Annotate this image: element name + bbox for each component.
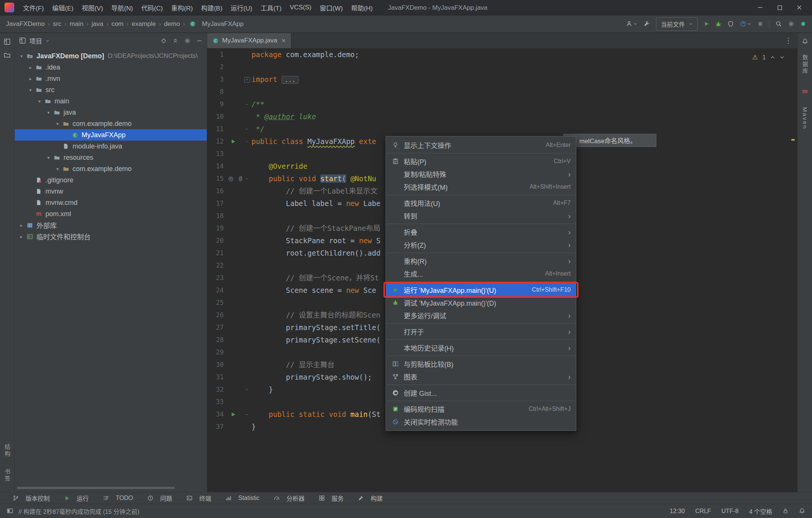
code-line[interactable]: 10 * @author luke [207,111,797,123]
line-number[interactable]: 12 [207,135,226,148]
fold-marker[interactable]: − [242,173,251,185]
menubar-item[interactable]: 文件(F) [19,0,48,15]
breadcrumb-item[interactable]: java [92,20,103,28]
window-close-button[interactable] [789,0,809,15]
tree-chevron-expanded-icon[interactable]: ▾ [54,166,61,172]
toolwindow-button-terminal[interactable]: 终端 [185,494,211,503]
context-menu-item[interactable]: 运行 'MyJavaFXApp.main()'(U)Ctrl+Shift+F10 [386,283,576,296]
line-number[interactable]: 30 [207,359,226,371]
tree-item[interactable]: ▾java [15,107,207,118]
line-number[interactable]: 33 [207,396,226,408]
context-menu-item[interactable]: 关闭实时检测功能 [386,415,576,428]
status-indent[interactable]: 4 个空格 [749,507,772,516]
status-encoding[interactable]: UTF-8 [721,508,738,515]
toolwindow-button-maven[interactable]: m Maven [802,88,808,130]
code-line[interactable]: 3+import ... [207,73,797,86]
context-menu-item[interactable]: 与剪贴板比较(B) [386,357,576,370]
search-icon[interactable] [776,21,782,27]
run-button[interactable] [704,21,709,27]
breadcrumb-item[interactable]: com [111,20,123,28]
line-number[interactable]: 16 [207,185,226,197]
toolwindow-button-services[interactable]: 服务 [317,494,344,503]
profiler-button[interactable] [740,21,751,27]
line-number[interactable]: 37 [207,421,226,433]
fold-marker[interactable]: − [242,98,251,111]
menubar-item[interactable]: 编辑(E) [48,0,78,15]
tree-chevron-expanded-icon[interactable]: ▾ [27,87,34,93]
fold-marker[interactable]: − [242,408,251,421]
previous-warning-icon[interactable] [770,55,775,60]
tree-chevron-expanded-icon[interactable]: ▾ [18,53,25,59]
line-number[interactable]: 34 [207,408,226,421]
line-number[interactable]: 21 [207,247,226,259]
window-minimize-button[interactable] [750,0,770,15]
inspection-widget[interactable]: ⚠ 1 [752,53,785,61]
coverage-button[interactable] [727,21,734,27]
menubar-item[interactable]: VCS(S) [286,0,316,15]
code-line[interactable]: 9−/** [207,98,797,111]
context-menu-item[interactable]: 折叠› [386,226,576,238]
tree-chevron-expanded-icon[interactable]: ▾ [54,121,61,127]
tree-chevron-collapsed-icon[interactable]: ▸ [18,223,25,228]
line-number[interactable]: 3 [207,73,226,86]
menubar-item[interactable]: 代码(C) [137,0,167,15]
folder-toolwindow-button[interactable] [4,52,11,59]
line-number[interactable]: 23 [207,272,226,284]
line-number[interactable]: 25 [207,297,226,309]
tree-chevron-collapsed-icon[interactable]: ▸ [27,76,34,82]
context-menu-item[interactable]: 更多运行/调试› [386,309,576,322]
context-menu-item[interactable]: 调试 'MyJavaFXApp.main()'(D) [386,296,576,309]
context-menu-item[interactable]: 打开于› [386,325,576,338]
menubar-item[interactable]: 构建(B) [197,0,227,15]
context-menu-item[interactable]: 转到› [386,209,576,222]
fold-marker[interactable]: − [242,135,251,148]
toolwindow-button-problems[interactable]: 问题 [146,494,172,503]
toolwindow-button-build[interactable]: 构建 [356,494,383,503]
context-menu-item[interactable]: 列选择模式(M)Alt+Shift+Insert [386,180,576,193]
project-toolwindow-button[interactable] [4,38,11,45]
line-number[interactable]: 8 [207,86,226,98]
toolwindow-button-structure[interactable]: 结构 [3,444,11,457]
tree-item[interactable]: ▸临时文件和控制台 [15,231,207,242]
line-number[interactable]: 22 [207,259,226,272]
line-number[interactable]: 18 [207,210,226,222]
tree-item[interactable]: ▾src [15,84,207,95]
line-number[interactable]: 19 [207,222,226,235]
toolwindow-button-statistic[interactable]: Statistic [224,495,259,501]
line-number[interactable]: 14 [207,160,226,173]
chevron-down-icon[interactable] [45,39,50,43]
line-number[interactable]: 15 [207,173,226,185]
breadcrumb-item[interactable]: main [70,20,83,28]
fold-marker[interactable]: + [242,73,251,86]
context-menu-item[interactable]: 重构(R)› [386,254,576,267]
toolwindow-button-todo[interactable]: TODO [102,495,133,501]
hide-icon[interactable] [197,38,202,44]
tab-options-icon[interactable]: ⋮ [785,36,792,45]
toolwindow-button-profiler[interactable]: 分析器 [272,494,304,503]
line-number[interactable]: 11 [207,123,226,135]
stop-button[interactable] [757,21,763,27]
line-number[interactable]: 17 [207,197,226,210]
context-menu-item[interactable]: 查找用法(U)Alt+F7 [386,197,576,209]
line-number[interactable]: 10 [207,111,226,123]
line-number[interactable]: 24 [207,284,226,297]
editor-tab[interactable]: C MyJavaFXApp.java ✕ [207,33,291,48]
run-config-selector[interactable]: 当前文件 [656,17,698,31]
breadcrumb-item[interactable]: JavaFXDemo [6,20,45,28]
line-number[interactable]: 9 [207,98,226,111]
tree-item[interactable]: mvnw [15,186,207,197]
tree-item[interactable]: mpom.xml [15,208,207,220]
code-line[interactable]: 1package com.example.demo; [207,48,797,61]
fold-marker[interactable]: ⌐ [242,383,251,396]
horizontal-scrollbar[interactable] [17,487,175,489]
context-menu-item[interactable]: 复制/粘贴特殊› [386,168,576,180]
tree-item[interactable]: mvnw.cmd [15,197,207,208]
tree-item[interactable]: module-info.java [15,141,207,152]
toolwindow-button-run[interactable]: 运行 [62,494,89,503]
build-tools-icon[interactable] [644,21,650,27]
line-number[interactable]: 28 [207,334,226,346]
breadcrumb-item[interactable]: example [132,20,156,28]
toolwindow-button-bookmarks[interactable]: 书签 [3,469,11,482]
window-maximize-button[interactable] [770,0,789,15]
gear-icon[interactable] [184,38,191,44]
